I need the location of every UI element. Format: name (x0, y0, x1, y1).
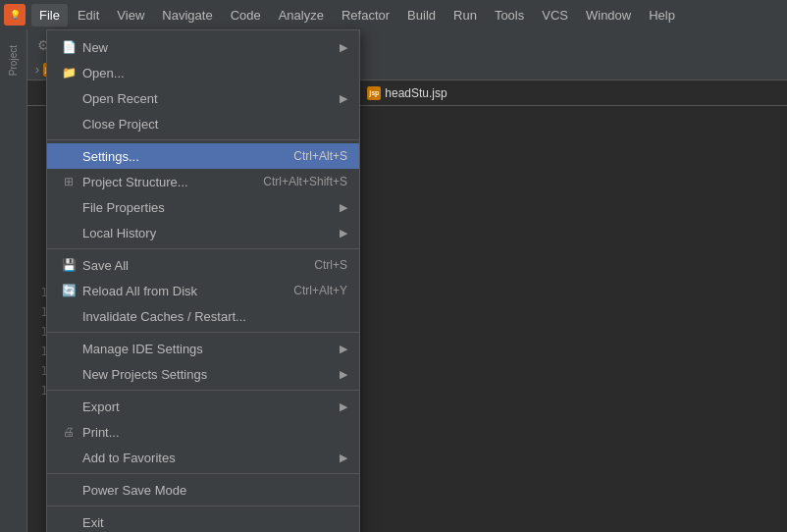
separator-2 (47, 248, 359, 249)
reload-icon: 🔄 (59, 284, 79, 297)
separator-4 (47, 390, 359, 391)
menu-item-file-properties-label: File Properties (82, 200, 336, 215)
project-structure-shortcut: Ctrl+Alt+Shift+S (263, 175, 347, 188)
arrow-icon-file-props: ▶ (340, 201, 347, 214)
arrow-icon-favorites: ▶ (340, 452, 347, 464)
menu-item-manage-ide[interactable]: Manage IDE Settings ▶ (47, 336, 359, 361)
open-icon: 📁 (59, 66, 79, 80)
arrow-icon-manage: ▶ (340, 343, 347, 355)
menu-item-power-save[interactable]: Power Save Mode (47, 477, 359, 503)
menu-item-new-label: New (82, 40, 336, 55)
separator-1 (47, 139, 359, 140)
menu-item-manage-ide-label: Manage IDE Settings (82, 342, 336, 356)
menu-item-export-label: Export (82, 399, 336, 414)
separator-3 (47, 332, 359, 333)
menu-item-exit[interactable]: Exit (47, 509, 359, 532)
menu-item-save-all-label: Save All (82, 258, 294, 273)
menu-item-open-label: Open... (82, 66, 347, 80)
menu-item-export[interactable]: Export ▶ (47, 394, 359, 419)
menu-item-file-properties[interactable]: File Properties ▶ (47, 194, 359, 220)
arrow-icon-recent: ▶ (340, 92, 347, 105)
separator-5 (47, 473, 359, 474)
new-icon: 📄 (59, 40, 79, 54)
menu-item-power-save-label: Power Save Mode (82, 483, 347, 498)
menu-item-new-projects[interactable]: New Projects Settings ▶ (47, 361, 359, 387)
dropdown-overlay: 📄 New ▶ 📁 Open... Open Recent ▶ Close Pr… (0, 0, 787, 532)
menu-item-close-project-label: Close Project (82, 117, 347, 132)
menu-item-reload-label: Reload All from Disk (82, 284, 274, 298)
menu-item-favorites-label: Add to Favorites (82, 451, 336, 465)
menu-item-reload[interactable]: 🔄 Reload All from Disk Ctrl+Alt+Y (47, 278, 359, 303)
settings-shortcut: Ctrl+Alt+S (293, 149, 347, 163)
save-icon: 💾 (59, 258, 79, 272)
menu-item-save-all[interactable]: 💾 Save All Ctrl+S (47, 252, 359, 278)
menu-item-project-structure[interactable]: ⊞ Project Structure... Ctrl+Alt+Shift+S (47, 169, 359, 194)
menu-item-new-projects-label: New Projects Settings (82, 367, 336, 382)
menu-item-exit-label: Exit (82, 515, 347, 530)
reload-shortcut: Ctrl+Alt+Y (293, 284, 347, 297)
menu-item-local-history-label: Local History (82, 226, 336, 240)
save-all-shortcut: Ctrl+S (314, 258, 347, 272)
menu-item-settings[interactable]: Settings... Ctrl+Alt+S (47, 143, 359, 169)
menu-item-close-project[interactable]: Close Project (47, 111, 359, 136)
arrow-icon-history: ▶ (340, 227, 347, 239)
menu-item-project-structure-label: Project Structure... (82, 175, 243, 189)
arrow-icon-new-projects: ▶ (340, 368, 347, 381)
menu-item-print[interactable]: 🖨 Print... (47, 419, 359, 445)
menu-item-invalidate[interactable]: Invalidate Caches / Restart... (47, 303, 359, 329)
menu-item-local-history[interactable]: Local History ▶ (47, 220, 359, 245)
project-structure-icon: ⊞ (59, 175, 79, 188)
menu-item-print-label: Print... (82, 425, 347, 440)
print-icon: 🖨 (59, 425, 79, 439)
arrow-icon-new: ▶ (340, 41, 347, 54)
file-menu: 📄 New ▶ 📁 Open... Open Recent ▶ Close Pr… (46, 29, 360, 532)
separator-6 (47, 505, 359, 506)
menu-item-open[interactable]: 📁 Open... (47, 60, 359, 85)
menu-item-open-recent[interactable]: Open Recent ▶ (47, 85, 359, 111)
menu-item-favorites[interactable]: Add to Favorites ▶ (47, 445, 359, 470)
menu-item-new[interactable]: 📄 New ▶ (47, 34, 359, 60)
menu-item-invalidate-label: Invalidate Caches / Restart... (82, 309, 347, 324)
menu-item-settings-label: Settings... (82, 149, 274, 164)
arrow-icon-export: ▶ (340, 400, 347, 413)
menu-item-open-recent-label: Open Recent (82, 91, 336, 106)
